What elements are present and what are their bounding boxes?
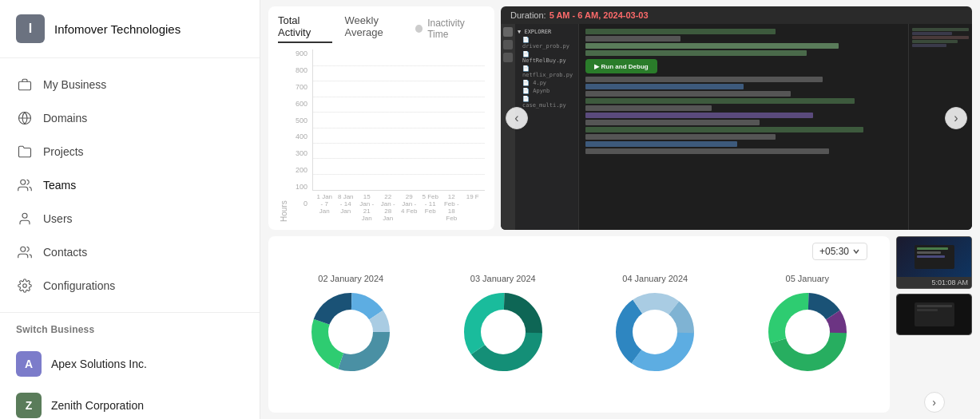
file-tree-item-1: ▼ EXPLORER: [518, 29, 576, 35]
sidebar: I Infomover Technologies My Business Dom…: [0, 0, 260, 419]
y-label-800: 800: [296, 66, 307, 74]
thumbnail-1-code-preview: [915, 245, 954, 269]
svg-rect-0: [19, 81, 31, 90]
donut-date-1: 03 January 2024: [470, 274, 536, 283]
nav-arrow-left[interactable]: ‹: [506, 107, 528, 129]
run-debug-button[interactable]: ▶ Run and Debug: [585, 59, 657, 73]
sidebar-header: I Infomover Technologies: [0, 0, 260, 58]
code-line-2: [585, 36, 680, 42]
y-label-300: 300: [296, 149, 307, 157]
thumbnail-nav-right[interactable]: ›: [924, 392, 945, 413]
minimap-line-1: [912, 28, 969, 31]
main-content: Total Activity Weekly Average Inactivity…: [260, 0, 980, 419]
minimap-line-2: [912, 32, 952, 35]
sidebar-item-users[interactable]: Users: [0, 202, 260, 235]
inactivity-legend: Inactivity Time: [415, 18, 485, 40]
thumbnail-1-time: 5:01:08 AM: [897, 277, 971, 288]
y-axis-labels: 900 800 700 600 500 400 300 200 100 0: [288, 49, 312, 222]
code-line-9: [585, 105, 712, 111]
tab-weekly-average[interactable]: Weekly Average: [345, 14, 415, 43]
x-label-6: 12 Feb - 18 Feb: [442, 193, 461, 222]
file-tree-item-6: 📄 Apynb: [522, 88, 576, 94]
tab-total-activity[interactable]: Total Activity: [278, 14, 332, 43]
x-label-2: 15 Jan - 21 Jan: [358, 193, 376, 222]
file-tree-item-7: 📄 case_multi.py: [522, 96, 576, 109]
nav-label-users: Users: [43, 212, 73, 225]
chart-tabs: Total Activity Weekly Average: [278, 14, 415, 43]
grid-line-7: [313, 158, 485, 159]
sidebar-item-projects[interactable]: Projects: [0, 135, 260, 168]
nav-label-projects: Projects: [43, 145, 84, 158]
code-line-1: [585, 29, 776, 34]
code-line-15: [585, 148, 829, 154]
grid-line-1: [313, 65, 485, 66]
business-item-zenith[interactable]: Z Zenith Corporation: [0, 385, 260, 419]
x-label-5: 5 Feb - 11 Feb: [422, 193, 440, 222]
y-label-100: 100: [296, 183, 307, 191]
preview-line-3: [917, 255, 945, 258]
thumbnail-nav-row: ›: [896, 392, 972, 413]
activity-bar-item-3: [503, 53, 513, 62]
activity-bar-item-2: [503, 40, 513, 49]
sidebar-nav: My Business Domains Projects Teams: [0, 58, 260, 313]
business-name-apex: Apex Solutions Inc.: [51, 358, 147, 370]
svg-point-3: [21, 180, 26, 184]
bar-chart-panel: Total Activity Weekly Average Inactivity…: [268, 6, 494, 230]
sidebar-item-contacts[interactable]: Contacts: [0, 235, 260, 269]
minimap-line-4: [912, 40, 958, 43]
donut-item-2: 04 January 2024: [611, 274, 699, 376]
thumbnail-1-image: [897, 237, 971, 277]
nav-label-contacts: Contacts: [43, 246, 87, 259]
bars-container: 1 Jan - 7 Jan 8 Jan - 14 Jan 15 Jan - 21…: [312, 49, 485, 222]
y-label-900: 900: [296, 49, 307, 57]
business-item-apex[interactable]: A Apex Solutions Inc.: [0, 343, 260, 385]
code-line-6: [585, 84, 744, 89]
x-label-7: 19 F: [464, 193, 482, 222]
sidebar-item-my-business[interactable]: My Business: [0, 68, 260, 101]
duration-time: 5 AM - 6 AM, 2024-03-03: [550, 10, 649, 20]
y-label-600: 600: [296, 100, 307, 108]
svg-point-16: [481, 310, 526, 354]
preview-line-5: [917, 309, 938, 311]
svg-point-12: [328, 310, 373, 354]
sidebar-item-configurations[interactable]: Configurations: [0, 269, 260, 302]
svg-point-5: [21, 247, 26, 251]
thumbnail-1[interactable]: 5:01:08 AM: [896, 236, 972, 289]
sidebar-item-teams[interactable]: Teams: [0, 168, 260, 202]
chevron-down-icon: [852, 247, 860, 255]
code-line-4: [585, 50, 807, 56]
svg-point-21: [633, 310, 677, 354]
grid-line-4: [313, 112, 485, 113]
bottom-section: +05:30 02 January 2024: [268, 236, 972, 413]
nav-arrow-right[interactable]: ›: [945, 107, 967, 129]
grid-line-8: [313, 174, 485, 175]
minimap-line-5: [912, 44, 946, 47]
donut-item-1: 03 January 2024: [459, 274, 547, 376]
donut-charts-panel: +05:30 02 January 2024: [268, 236, 890, 413]
sidebar-item-domains[interactable]: Domains: [0, 101, 260, 135]
inactivity-label: Inactivity Time: [427, 18, 485, 40]
donut-chart-2: [611, 288, 699, 376]
donut-chart-3: [764, 288, 851, 376]
y-label-500: 500: [296, 117, 307, 125]
svg-point-6: [23, 284, 27, 288]
x-label-0: 1 Jan - 7 Jan: [315, 193, 334, 222]
file-tree-panel: ▼ EXPLORER 📄 driver_prob.py 📄 NeftRelBuy…: [515, 24, 579, 230]
briefcase-icon: [16, 76, 34, 93]
users-icon: [16, 176, 34, 194]
code-editor-area: ▼ EXPLORER 📄 driver_prob.py 📄 NeftRelBuy…: [501, 24, 972, 230]
x-label-4: 29 Jan - 4 Feb: [400, 193, 419, 222]
code-content-area: ▶ Run and Debug: [579, 24, 908, 230]
thumbnail-2-code-preview: [915, 302, 954, 326]
code-line-14: [585, 141, 737, 147]
duration-label: Duration:: [510, 10, 546, 20]
company-name: Infomover Technologies: [54, 22, 181, 36]
grid-line-2: [313, 81, 485, 81]
code-line-13: [585, 134, 776, 140]
y-axis-title: Hours: [278, 49, 288, 222]
thumbnail-2[interactable]: [896, 294, 972, 335]
code-line-5: [585, 77, 823, 82]
nav-label-my-business: My Business: [43, 78, 106, 91]
timezone-selector[interactable]: +05:30: [812, 243, 867, 260]
svg-point-4: [22, 213, 27, 218]
